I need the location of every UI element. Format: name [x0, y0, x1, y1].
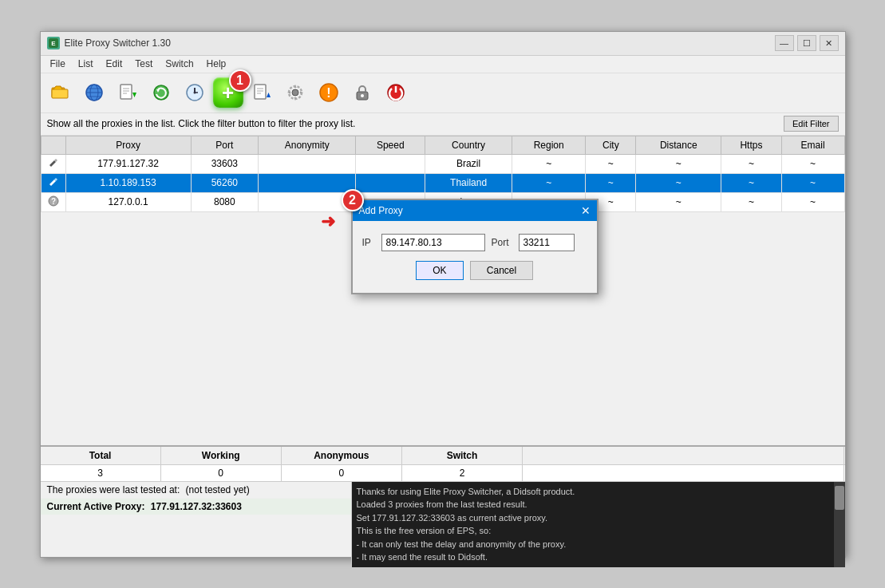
schedule-button[interactable] — [180, 77, 210, 108]
main-window: E Elite Proxy Switcher 1.30 — ☐ ✕ File L… — [40, 31, 846, 558]
stats-header-anonymous: Anonymous — [282, 447, 402, 464]
log-header-spacer — [523, 447, 844, 464]
port-input[interactable] — [519, 234, 575, 251]
menu-switch[interactable]: Switch — [159, 57, 200, 71]
alert-button[interactable]: ! — [314, 77, 344, 108]
log-row: Thanks for using Elite Proxy Switcher, a… — [352, 482, 845, 567]
row-email: ~ — [781, 192, 844, 211]
col-icon — [41, 136, 65, 154]
menu-help[interactable]: Help — [200, 57, 233, 71]
log-line: Thanks for using Elite Proxy Switcher, a… — [357, 485, 829, 499]
ip-input[interactable] — [381, 234, 485, 251]
table-row[interactable]: 177.91.127.32 33603 Brazil ~ ~ ~ ~ ~ — [41, 154, 844, 173]
svg-text:?: ? — [50, 197, 55, 206]
row-distance: ~ — [636, 192, 721, 211]
row-region: ~ — [512, 154, 586, 173]
row-proxy: 177.91.127.32 — [65, 154, 191, 173]
table-row[interactable]: 1.10.189.153 56260 Thailand ~ ~ ~ ~ ~ — [41, 173, 844, 192]
row-icon-cell — [41, 173, 65, 192]
add-proxy-dialog: 2 ➜ Add Proxy ✕ IP Port OK Cancel — [351, 199, 599, 294]
col-anonymity: Anonymity — [259, 136, 356, 154]
stats-value-anonymous: 0 — [282, 465, 402, 481]
window-title: Elite Proxy Switcher 1.30 — [65, 37, 171, 49]
log-line: - It can only test the delay and anonymi… — [357, 538, 829, 551]
settings-button[interactable] — [280, 77, 310, 108]
stats-value-working: 0 — [161, 465, 282, 481]
col-speed: Speed — [356, 136, 425, 154]
power-button[interactable] — [381, 77, 411, 108]
row-distance: ~ — [636, 154, 721, 173]
log-values-spacer — [523, 465, 844, 481]
row-anonymity — [259, 192, 356, 211]
open-button[interactable] — [45, 77, 76, 108]
menu-test[interactable]: Test — [128, 57, 159, 71]
maximize-button[interactable]: ☐ — [797, 35, 816, 51]
active-proxy: Current Active Proxy: 177.91.127.32:3360… — [41, 499, 351, 515]
log-scrollbar[interactable] — [834, 482, 845, 567]
window-controls: — ☐ ✕ — [775, 35, 839, 51]
filter-text: Show all the proxies in the list. Click … — [47, 118, 356, 129]
stats-header-total: Total — [41, 447, 161, 464]
svg-text:E: E — [51, 40, 56, 47]
col-port: Port — [191, 136, 258, 154]
log-line: Set 177.91.127.32:33603 as current activ… — [357, 511, 829, 525]
arrow-indicator: ➜ — [321, 211, 335, 232]
row-icon-cell — [41, 154, 65, 173]
row-port: 8080 — [191, 192, 258, 211]
row-email: ~ — [781, 154, 844, 173]
row-proxy: 1.10.189.153 — [65, 173, 191, 192]
log-scrollbar-thumb[interactable] — [835, 486, 844, 510]
dialog-title-text: Add Proxy — [359, 205, 403, 216]
log-line: This is the free version of EPS, so: — [357, 524, 829, 538]
add-proxy-button[interactable] — [213, 77, 243, 108]
cancel-button[interactable]: Cancel — [470, 261, 533, 280]
ok-button[interactable]: OK — [416, 261, 464, 280]
dialog-buttons: OK Cancel — [362, 261, 587, 280]
col-country: Country — [425, 136, 512, 154]
bottom-left-panel: The proxies were last tested at: (not te… — [41, 482, 352, 567]
stats-header-working: Working — [161, 447, 282, 464]
row-anonymity — [259, 154, 356, 173]
minimize-button[interactable]: — — [775, 35, 794, 51]
row-speed — [356, 154, 425, 173]
row-city: ~ — [586, 154, 636, 173]
export-button[interactable] — [247, 77, 277, 108]
row-port: 33603 — [191, 154, 258, 173]
menu-bar: File List Edit Test Switch Help — [41, 56, 845, 73]
svg-rect-9 — [121, 85, 132, 99]
svg-marker-24 — [267, 93, 271, 97]
menu-edit[interactable]: Edit — [100, 57, 129, 71]
stats-value-total: 3 — [41, 465, 161, 481]
app-icon: E — [47, 37, 60, 49]
refresh-button[interactable] — [146, 77, 176, 108]
import-button[interactable] — [113, 77, 143, 108]
svg-point-19 — [193, 92, 196, 94]
menu-list[interactable]: List — [72, 57, 100, 71]
col-region: Region — [512, 136, 586, 154]
edit-filter-button[interactable]: Edit Filter — [784, 116, 838, 132]
add-proxy-container: 1 — [213, 77, 243, 108]
dialog-close-button[interactable]: ✕ — [581, 204, 591, 217]
col-city: City — [586, 136, 636, 154]
menu-file[interactable]: File — [44, 57, 72, 71]
row-email: ~ — [781, 173, 844, 192]
table-header-row: Proxy Port Anonymity Speed Country Regio… — [41, 136, 844, 154]
bottom-section: Total Working Anonymous Switch 3 0 0 2 T… — [41, 445, 845, 557]
last-tested: The proxies were last tested at: (not te… — [41, 482, 351, 499]
title-bar-left: E Elite Proxy Switcher 1.30 — [47, 37, 171, 49]
row-distance: ~ — [636, 173, 721, 192]
row-icon-cell: ? — [41, 192, 65, 211]
stats-headers: Total Working Anonymous Switch — [41, 447, 845, 465]
globe-button[interactable] — [79, 77, 109, 108]
dialog-fields: IP Port — [362, 234, 587, 251]
log-line: - It may send the result to Didsoft. — [357, 551, 829, 564]
row-port: 56260 — [191, 173, 258, 192]
row-region: ~ — [512, 173, 586, 192]
svg-rect-20 — [255, 85, 266, 99]
bottom-info: The proxies were last tested at: (not te… — [41, 482, 845, 567]
stats-value-switch: 2 — [402, 465, 523, 481]
row-anonymity — [259, 173, 356, 192]
dialog-body: IP Port OK Cancel — [353, 221, 597, 293]
close-button[interactable]: ✕ — [820, 35, 839, 51]
lock-button[interactable] — [347, 77, 377, 108]
